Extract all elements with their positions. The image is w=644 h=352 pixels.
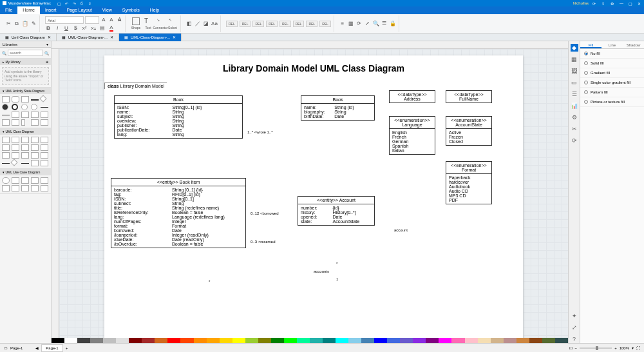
swatch[interactable]: [478, 338, 491, 343]
datatype-address[interactable]: <<dataType>>Address: [389, 90, 435, 103]
shape-uc7[interactable]: [21, 185, 29, 191]
swatch[interactable]: [232, 338, 245, 343]
strip-help-icon[interactable]: ?: [571, 335, 578, 343]
cut-icon[interactable]: ✂: [5, 21, 12, 27]
paste-icon[interactable]: 📋: [22, 21, 28, 27]
swatch[interactable]: [504, 338, 516, 343]
swatch[interactable]: [297, 338, 310, 343]
menu-file[interactable]: File: [0, 6, 17, 14]
select-tool[interactable]: ↖Select: [167, 17, 178, 30]
shape-uc3[interactable]: [21, 177, 29, 184]
zoom-fit-icon[interactable]: ⊡: [569, 346, 573, 350]
qat-save-icon[interactable]: ▢: [57, 1, 61, 5]
shape-uc5[interactable]: [41, 177, 48, 184]
qat-print-icon[interactable]: ⎙: [80, 1, 84, 5]
strip-clip-icon[interactable]: ✂: [571, 125, 578, 133]
shape-interface2[interactable]: [12, 144, 19, 151]
shape-actor[interactable]: [2, 185, 10, 191]
swatch[interactable]: [439, 338, 451, 343]
shape-hline[interactable]: [41, 107, 48, 108]
settings-icon[interactable]: ⚙: [611, 1, 614, 5]
font-color-icon[interactable]: A: [108, 25, 115, 32]
datatype-fullname[interactable]: <<dataType>>FullName: [446, 90, 492, 103]
class-author[interactable]: Book name:String {id}biography:Stringbir…: [301, 95, 375, 121]
underline-icon[interactable]: U: [63, 25, 70, 32]
swatch[interactable]: [77, 338, 90, 343]
font-name-select[interactable]: Arial: [45, 16, 84, 24]
fill-option-4[interactable]: Pattern fill: [580, 88, 644, 97]
tab-shadow[interactable]: Shadow: [623, 41, 644, 48]
rel-btn-2[interactable]: REL: [240, 21, 251, 27]
swatch[interactable]: [542, 338, 555, 343]
superscript-icon[interactable]: x²: [81, 25, 88, 32]
canvas-area[interactable]: Library Domain Model UML Class Diagram c…: [59, 49, 568, 343]
menu-page-layout[interactable]: Page Layout: [61, 6, 97, 14]
swatch[interactable]: [387, 338, 400, 343]
close-tab-icon[interactable]: ✕: [173, 34, 176, 41]
class-account[interactable]: <<entity>> Account number:{id}history:Hi…: [298, 196, 375, 226]
swatch[interactable]: [284, 338, 297, 343]
fill-icon[interactable]: ◧: [186, 21, 193, 27]
shape-uc2[interactable]: [12, 177, 19, 184]
enum-language[interactable]: <<enumeration>>Language EnglishFrenchGer…: [389, 116, 435, 155]
shape-box2[interactable]: [2, 119, 10, 126]
shape-uc4[interactable]: [31, 177, 39, 184]
swatch[interactable]: [245, 338, 258, 343]
shape-note[interactable]: [41, 160, 48, 166]
tab-fill[interactable]: Fill: [580, 41, 601, 48]
shape-rect[interactable]: [2, 96, 10, 103]
enum-account-state[interactable]: <<enumeration>>AccountState ActiveFrozen…: [446, 116, 492, 146]
format-painter-icon[interactable]: ✎: [30, 21, 37, 27]
strip-chart-icon[interactable]: 📊: [571, 102, 578, 110]
sync-icon[interactable]: ⟳: [592, 1, 596, 5]
rel-btn-4[interactable]: REL: [266, 21, 278, 27]
qat-redo-icon[interactable]: ↷: [73, 1, 77, 5]
swatch[interactable]: [451, 338, 464, 343]
close-tab-icon[interactable]: ✕: [48, 34, 51, 41]
swatch[interactable]: [336, 338, 348, 343]
shape-interface5[interactable]: [41, 144, 48, 151]
strip-fullscreen-icon[interactable]: ⤢: [571, 324, 578, 331]
shape-pkg4[interactable]: [31, 152, 39, 159]
swatch[interactable]: [323, 338, 336, 343]
shape-uc9[interactable]: [41, 185, 48, 191]
shape-rect4[interactable]: [31, 112, 39, 118]
shape-line2[interactable]: [2, 115, 10, 115]
shape-pkg2[interactable]: [12, 152, 19, 159]
shape-pkg5[interactable]: [41, 152, 48, 159]
strip-image-icon[interactable]: 🖼: [571, 67, 578, 75]
zoom-dropdown-icon[interactable]: ▾: [632, 346, 634, 350]
swatch[interactable]: [400, 338, 413, 343]
strip-prop-icon[interactable]: ⚙: [571, 113, 578, 121]
close-tab-icon[interactable]: ✕: [110, 34, 113, 41]
align-icon[interactable]: ≡: [339, 21, 346, 27]
rel-btn-5[interactable]: REL: [279, 21, 291, 27]
strip-theme-icon[interactable]: ▦: [571, 55, 578, 63]
doc-tab-2[interactable]: ▦UML-Class-Diagram-...✕: [119, 34, 182, 41]
shape-assoc[interactable]: [2, 163, 10, 164]
find-icon[interactable]: 🔍: [373, 21, 379, 27]
swatch[interactable]: [103, 338, 116, 343]
swatch[interactable]: [491, 338, 504, 343]
swatch[interactable]: [271, 338, 284, 343]
shape-interface4[interactable]: [31, 144, 39, 151]
rel-btn-8[interactable]: REL: [319, 21, 331, 27]
my-library-header[interactable]: ▸ My Library⊕: [0, 59, 51, 65]
shape-final[interactable]: [12, 104, 18, 110]
doc-tab-0[interactable]: ▦Uml Class Diagram✕: [0, 34, 57, 41]
clear-format-icon[interactable]: A̶: [116, 17, 122, 23]
shape-class5[interactable]: [41, 137, 48, 143]
shape-end[interactable]: [21, 104, 28, 110]
page-add-icon[interactable]: +: [66, 346, 68, 350]
strike-icon[interactable]: S̶: [72, 25, 79, 32]
drawing-page[interactable]: Library Domain Model UML Class Diagram c…: [104, 55, 523, 339]
shape-rect5[interactable]: [41, 112, 48, 118]
menu-home[interactable]: Home: [17, 6, 40, 14]
swatch[interactable]: [194, 338, 207, 343]
line-icon[interactable]: ／: [194, 21, 201, 27]
shape-uc1[interactable]: [2, 177, 10, 184]
grow-font-icon[interactable]: A: [100, 17, 107, 23]
swatch[interactable]: [64, 338, 77, 343]
text-highlight-icon[interactable]: ▤: [99, 25, 106, 32]
swatch[interactable]: [348, 338, 361, 343]
